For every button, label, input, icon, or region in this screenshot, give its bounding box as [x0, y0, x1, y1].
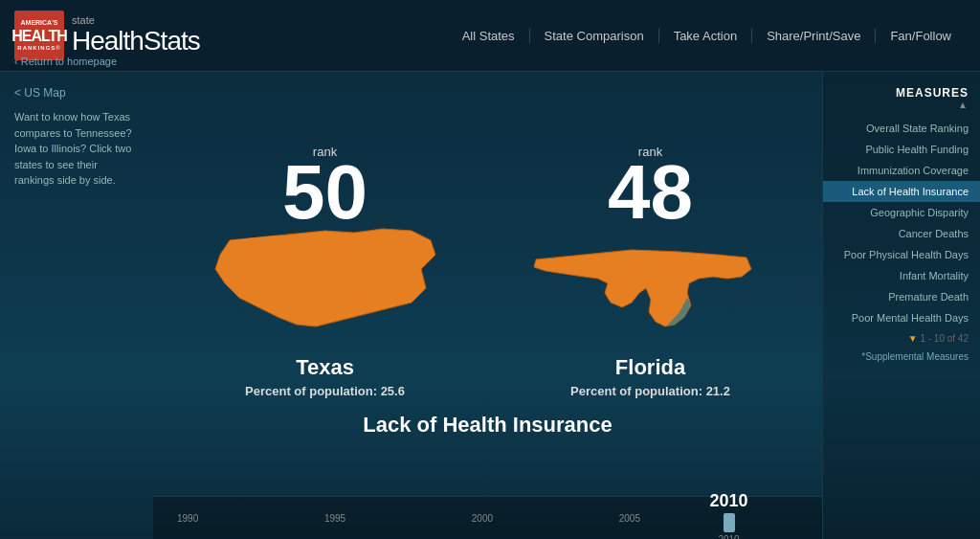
measures-count: ▼ 1 - 10 of 42: [823, 328, 980, 348]
year-2000: 2000: [472, 513, 493, 524]
texas-rank: 50: [282, 154, 368, 231]
timeline-years: 1990 1995 2000 2005: [167, 513, 650, 524]
nav-state-comparison[interactable]: State Comparison: [530, 29, 659, 43]
measure-cancer-deaths[interactable]: Cancer Deaths: [823, 223, 980, 244]
texas-stat: Percent of population: 25.6: [245, 384, 405, 398]
right-sidebar: MEASURES ▲ Overall State Ranking Public …: [822, 72, 980, 539]
measure-geographic-disparity[interactable]: Geographic Disparity: [823, 202, 980, 223]
measure-poor-mental-health-days[interactable]: Poor Mental Health Days: [823, 307, 980, 328]
measure-poor-physical-health-days[interactable]: Poor Physical Health Days: [823, 244, 980, 265]
logo-america: AMERICA'S: [21, 19, 58, 27]
nav-fan-follow[interactable]: Fan/Follow: [876, 29, 966, 43]
ahr-logo: AMERICA'S HEALTH RANKINGS®: [14, 11, 64, 60]
florida-stat-value: 21.2: [706, 384, 730, 398]
florida-rank: 48: [608, 154, 693, 231]
logo-block: AMERICA'S HEALTH RANKINGS® state HealthS…: [14, 11, 200, 60]
measure-title: Lack of Health Insurance: [363, 413, 612, 438]
nav-share[interactable]: Share/Print/Save: [752, 29, 876, 43]
texas-map-shape[interactable]: [201, 221, 450, 336]
measure-infant-mortality[interactable]: Infant Mortality: [823, 265, 980, 286]
texas-name[interactable]: Texas: [296, 355, 354, 380]
sidebar-description: Want to know how Texas compares to Tenne…: [14, 109, 139, 189]
logo-health: HEALTH: [11, 27, 67, 45]
year-1995: 1995: [324, 513, 345, 524]
return-link[interactable]: Return to homepage: [14, 56, 117, 67]
measure-immunization-coverage[interactable]: Immunization Coverage: [823, 160, 980, 181]
measures-arrow-down[interactable]: ▼: [908, 333, 918, 344]
texas-stat-label: Percent of population:: [245, 384, 377, 398]
center-content: rank 50 Texas Percent of population: 25.…: [153, 72, 822, 539]
us-map-link[interactable]: US Map: [14, 86, 139, 100]
texas-block: rank 50 Texas Percent of population: 25.…: [201, 145, 450, 398]
logo-text: state HealthStats: [72, 14, 200, 56]
states-comparison: rank 50 Texas Percent of population: 25.…: [153, 145, 822, 398]
measures-title: MEASURES: [896, 86, 969, 100]
main-nav: All States State Comparison Take Action …: [448, 29, 966, 43]
timeline-right: 2010 2010: [650, 491, 808, 539]
bottom-year: 2010: [718, 534, 739, 539]
florida-stat: Percent of population: 21.2: [570, 384, 730, 398]
measures-arrow-up[interactable]: ▲: [835, 100, 969, 110]
year-slider[interactable]: [724, 513, 735, 532]
healthstats-title: HealthStats: [72, 26, 200, 56]
texas-shape-container[interactable]: [201, 221, 450, 346]
svg-marker-2: [534, 250, 751, 326]
florida-map-shape[interactable]: [526, 221, 756, 336]
measure-lack-of-health-insurance[interactable]: Lack of Health Insurance: [823, 181, 980, 202]
nav-take-action[interactable]: Take Action: [659, 29, 753, 43]
year-2005: 2005: [619, 513, 640, 524]
supplemental-link[interactable]: *Supplemental Measures: [823, 348, 980, 365]
logo-rankings: RANKINGS®: [17, 45, 60, 52]
main-content: US Map Want to know how Texas compares t…: [0, 72, 980, 539]
state-label: state: [72, 14, 200, 26]
florida-stat-label: Percent of population:: [570, 384, 702, 398]
measures-header: MEASURES ▲: [823, 81, 980, 118]
measures-count-text: 1 - 10 of 42: [920, 333, 969, 344]
measure-public-health-funding[interactable]: Public Health Funding: [823, 139, 980, 160]
left-sidebar: US Map Want to know how Texas compares t…: [0, 72, 153, 539]
year-1990: 1990: [177, 513, 198, 524]
current-year-display: 2010: [709, 491, 747, 511]
florida-name[interactable]: Florida: [615, 355, 685, 380]
florida-shape-container[interactable]: [526, 221, 775, 346]
bottom-timeline: 1990 1995 2000 2005 2010 2010: [153, 496, 822, 539]
texas-stat-value: 25.6: [381, 384, 405, 398]
app-header: AMERICA'S HEALTH RANKINGS® state HealthS…: [0, 0, 980, 72]
nav-all-states[interactable]: All States: [448, 29, 530, 43]
florida-block: rank 48 Florida Percent of population: 2…: [526, 145, 775, 398]
measure-premature-death[interactable]: Premature Death: [823, 286, 980, 307]
measure-overall-state-ranking[interactable]: Overall State Ranking: [823, 118, 980, 139]
